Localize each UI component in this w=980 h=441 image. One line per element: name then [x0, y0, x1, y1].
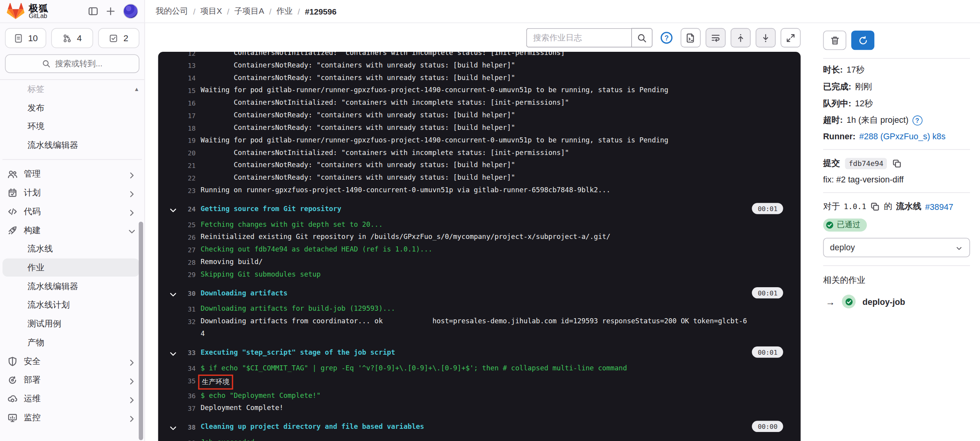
sidebar-item-监控[interactable]: 监控: [2, 408, 139, 426]
sidebar-item-计划[interactable]: 计划: [2, 184, 139, 202]
log-line-number[interactable]: 19: [170, 134, 196, 147]
sidebar-item-流水线编辑器[interactable]: 流水线编辑器: [2, 277, 139, 295]
log-line-number[interactable]: 31: [170, 303, 196, 315]
search-help-icon[interactable]: ?: [661, 32, 672, 44]
log-line: 17 ContainersNotReady: "containers with …: [158, 109, 801, 122]
log-line-number[interactable]: 16: [170, 97, 196, 109]
log-line-text: Removing build/: [201, 258, 263, 266]
log-line-number[interactable]: 12: [170, 52, 196, 59]
log-line-number[interactable]: 28: [170, 256, 196, 268]
breadcrumb: 我的公司/项目X/子项目A/作业/#129596: [145, 0, 980, 22]
pipeline-id-link[interactable]: #38947: [925, 202, 953, 211]
annotation-highlight: 生产环境: [198, 375, 233, 390]
global-search-field[interactable]: 搜索或转到...: [5, 54, 139, 73]
log-line-number[interactable]: 35: [170, 375, 196, 387]
related-job-deploy-job[interactable]: →deploy-job: [823, 295, 970, 308]
log-line-number[interactable]: 22: [170, 172, 196, 184]
detail-value[interactable]: #288 (GPxzFuo_s) k8s: [859, 132, 946, 141]
log-line-number[interactable]: 33: [170, 346, 196, 359]
erase-log-button[interactable]: [823, 31, 846, 50]
sidebar-item-环境[interactable]: 环境: [2, 117, 139, 135]
log-line-number[interactable]: 37: [170, 402, 196, 415]
log-line-number[interactable]: 26: [170, 231, 196, 244]
sidebar-item-安全[interactable]: 安全: [2, 352, 139, 370]
breadcrumb-separator: /: [193, 7, 196, 16]
sidebar-item-label: 流水线: [27, 243, 53, 255]
commit-sha-chip[interactable]: fdb74e94: [845, 158, 887, 169]
breadcrumb-link[interactable]: 子项目A: [234, 5, 264, 17]
log-line: 31Downloading artifacts for build-job (1…: [158, 303, 801, 315]
log-line-number[interactable]: 36: [170, 390, 196, 402]
log-line-number[interactable]: 17: [170, 109, 196, 122]
log-line-number[interactable]: 30: [170, 287, 196, 300]
new-menu-plus-icon[interactable]: [106, 6, 115, 16]
pipeline-conj: 的: [884, 201, 892, 212]
log-search-input[interactable]: [526, 28, 631, 47]
sidebar-item-流水线[interactable]: 流水线: [2, 240, 139, 258]
log-line-number[interactable]: 23: [170, 184, 196, 197]
log-line-number[interactable]: 25: [170, 219, 196, 231]
log-section-header[interactable]: 30Downloading artifacts00:01: [158, 287, 801, 300]
todo-counter-button[interactable]: 2: [98, 28, 139, 48]
log-line: 22 ContainersNotReady: "containers with …: [158, 172, 801, 184]
breadcrumb-link[interactable]: 项目X: [200, 5, 222, 17]
sidebar-divider: [2, 159, 142, 160]
sidebar-item-管理[interactable]: 管理: [2, 165, 139, 183]
log-section-header[interactable]: 38Cleaning up project directory and file…: [158, 421, 801, 433]
rocket-icon: [7, 225, 17, 235]
pipeline-row: 对于 1.0.1 的 流水线 #38947: [823, 201, 970, 212]
log-line: 35生产环境: [158, 375, 801, 390]
help-icon[interactable]: ?: [912, 115, 922, 125]
log-line-number[interactable]: 20: [170, 147, 196, 159]
sidebar-item-流水线编辑器[interactable]: 流水线编辑器: [2, 136, 139, 154]
log-section-header[interactable]: 24Getting source from Git repository00:0…: [158, 203, 801, 215]
fullscreen-button[interactable]: [780, 28, 800, 47]
breadcrumb-link[interactable]: 作业: [277, 5, 293, 17]
scroll-to-top-button[interactable]: [731, 28, 751, 47]
section-duration-badge: 00:00: [752, 421, 783, 432]
user-avatar[interactable]: [123, 4, 138, 19]
detail-label: 已完成:: [823, 81, 852, 93]
copy-ref-icon[interactable]: [870, 202, 880, 211]
sidebar-item-构建[interactable]: 构建: [2, 221, 139, 239]
global-search-placeholder: 搜索或转到...: [55, 58, 103, 69]
log-line-number[interactable]: 38: [170, 421, 196, 433]
stage-dropdown-value: deploy: [830, 243, 855, 252]
sidebar-toggle-icon[interactable]: [88, 6, 98, 16]
sidebar-item-流水线计划[interactable]: 流水线计划: [2, 296, 139, 314]
copy-commit-sha-icon[interactable]: [892, 159, 902, 168]
show-raw-log-button[interactable]: [681, 28, 701, 47]
stage-dropdown[interactable]: deploy: [823, 238, 970, 257]
breadcrumb-link[interactable]: 我的公司: [156, 5, 188, 17]
log-line-text: Running on runner-gpxzfuos-project-1490-…: [201, 186, 610, 194]
log-line-number[interactable]: 24: [170, 203, 196, 215]
sidebar-item-作业[interactable]: 作业: [2, 259, 139, 277]
log-line-number[interactable]: 39: [170, 436, 196, 441]
log-line-number[interactable]: 21: [170, 159, 196, 172]
issues-counter-button[interactable]: 10: [5, 28, 47, 48]
log-search-button[interactable]: [631, 28, 652, 47]
log-line-number[interactable]: 27: [170, 244, 196, 256]
sidebar-scrollbar[interactable]: [139, 222, 143, 440]
merge-request-counter-button[interactable]: 4: [51, 28, 93, 48]
sidebar-item-测试用例[interactable]: 测试用例: [2, 315, 139, 333]
sidebar-item-部署[interactable]: 部署: [2, 371, 139, 389]
sidebar-item-代码[interactable]: 代码: [2, 202, 139, 220]
log-section-header[interactable]: 33Executing "step_script" stage of the j…: [158, 346, 801, 359]
wrap-lines-button[interactable]: [705, 28, 725, 47]
sidebar-item-发布[interactable]: 发布: [2, 98, 139, 117]
retry-job-button[interactable]: [851, 31, 874, 50]
log-search-group: [526, 28, 652, 47]
log-line-number[interactable]: 15: [170, 84, 196, 97]
log-line-number[interactable]: 32: [170, 315, 196, 328]
log-line-number[interactable]: 29: [170, 268, 196, 281]
log-line-number[interactable]: 34: [170, 362, 196, 375]
sidebar-item-运维[interactable]: 运维: [2, 390, 139, 408]
log-line-number[interactable]: 14: [170, 72, 196, 84]
sidebar-item-标签[interactable]: 标签: [2, 80, 139, 98]
log-line-number[interactable]: 18: [170, 122, 196, 134]
log-line-number[interactable]: 13: [170, 59, 196, 72]
brand[interactable]: 极狐 GitLab: [6, 2, 49, 20]
sidebar-item-产物[interactable]: 产物: [2, 333, 139, 352]
scroll-to-bottom-button[interactable]: [756, 28, 776, 47]
